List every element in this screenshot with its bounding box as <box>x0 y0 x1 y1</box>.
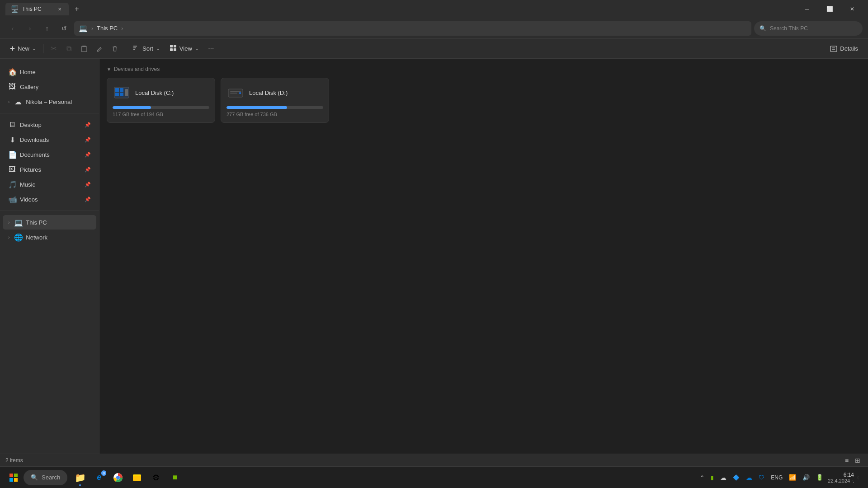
sidebar-item-network[interactable]: › 🌐 Network <box>3 230 96 244</box>
drive-c-name: Local Disk (C:) <box>135 89 174 96</box>
tab-this-pc[interactable]: 🖥️ This PC ✕ <box>5 3 69 15</box>
rename-button[interactable] <box>92 42 107 56</box>
close-button[interactable]: ✕ <box>842 2 863 16</box>
section-toggle[interactable]: ▼ <box>107 67 111 72</box>
more-button[interactable]: ··· <box>204 42 218 56</box>
network-icon: 🌐 <box>14 233 22 242</box>
taskbar-app-nvidia[interactable]: ■ <box>166 469 184 487</box>
tab-close-button[interactable]: ✕ <box>56 5 63 13</box>
svg-rect-5 <box>170 45 173 47</box>
copy-button[interactable]: ⧉ <box>61 42 76 56</box>
sidebar-item-pictures[interactable]: 🖼 Pictures 📌 <box>3 162 96 177</box>
taskbar-app-settings[interactable]: ⚙ <box>147 469 165 487</box>
drive-d-info: 277 GB free of 736 GB <box>226 112 323 117</box>
details-button[interactable]: Details <box>826 42 863 56</box>
svg-rect-13 <box>115 88 119 92</box>
address-bar[interactable]: 💻 › This PC › <box>74 21 751 36</box>
drive-c-icon <box>113 84 131 102</box>
svg-rect-14 <box>120 88 123 92</box>
gallery-icon: 🖼 <box>8 83 16 91</box>
address-icon: 💻 <box>79 24 88 33</box>
forward-button[interactable]: › <box>23 21 37 36</box>
section-header-devices: ▼ Devices and drives <box>107 66 861 72</box>
sidebar-item-thispc[interactable]: › 💻 This PC <box>3 215 96 230</box>
pin-icon-videos: 📌 <box>85 197 91 202</box>
sidebar-item-onedrive[interactable]: › ☁ Nikola – Personal <box>3 94 96 109</box>
sidebar-item-documents[interactable]: 📄 Documents 📌 <box>3 147 96 162</box>
taskbar-wifi[interactable]: 📶 <box>787 472 798 483</box>
show-desktop-button[interactable] <box>858 476 863 479</box>
status-view-grid[interactable]: ⊞ <box>853 455 863 465</box>
refresh-button[interactable]: ↺ <box>57 21 71 36</box>
sidebar-item-desktop[interactable]: 🖥 Desktop 📌 <box>3 117 96 132</box>
downloads-icon: ⬇ <box>8 136 16 144</box>
drive-c-info: 117 GB free of 194 GB <box>113 112 209 117</box>
drive-d-bar <box>226 106 287 109</box>
search-placeholder: Search This PC <box>770 25 808 32</box>
drive-d-icon <box>226 84 245 102</box>
drive-c-header: Local Disk (C:) <box>113 84 209 102</box>
paste-button[interactable] <box>77 42 91 56</box>
tab-icon: 🖥️ <box>11 5 19 13</box>
svg-rect-7 <box>170 48 173 51</box>
sidebar-section-3: › 💻 This PC › 🌐 Network <box>0 211 99 247</box>
drive-d-bar-container <box>226 106 323 109</box>
taskbar-battery[interactable]: 🔋 <box>814 472 825 483</box>
main-content: ▼ Devices and drives <box>99 59 868 454</box>
up-button[interactable]: ↑ <box>40 21 54 36</box>
view-button[interactable]: View <box>165 42 203 56</box>
taskbar-app-chrome[interactable] <box>109 469 127 487</box>
taskbar-onedrive2[interactable]: ☁ <box>744 472 754 483</box>
status-view-list[interactable]: ≡ <box>842 455 852 465</box>
pin-icon-pictures: 📌 <box>85 167 91 173</box>
taskbar-apps: 📁 e 8 ⚙ ■ <box>71 469 184 487</box>
drive-d-header: Local Disk (D:) <box>226 84 323 102</box>
thispc-icon: 💻 <box>14 218 22 227</box>
desktop-icon: 🖥 <box>8 121 16 129</box>
content-area: 🏠 Home 🖼 Gallery › ☁ Nikola – Personal 🖥… <box>0 59 868 454</box>
taskbar: 🔍 Search 📁 e 8 ⚙ <box>0 466 868 488</box>
new-button[interactable]: ✚ New <box>5 42 40 56</box>
taskbar-system: ⌃ ▮ ☁ 🔷 ☁ 🛡 ENG 📶 🔊 🔋 6:14 22.4.2024 г. <box>698 472 863 483</box>
minimize-button[interactable]: ─ <box>797 2 817 16</box>
sidebar: 🏠 Home 🖼 Gallery › ☁ Nikola – Personal 🖥… <box>0 59 99 454</box>
taskbar-search[interactable]: 🔍 Search <box>24 470 67 485</box>
taskbar-sound[interactable]: 🔊 <box>801 472 811 483</box>
taskbar-clock[interactable]: 6:14 22.4.2024 г. <box>828 472 854 483</box>
taskbar-security[interactable]: 🛡 <box>757 472 766 483</box>
sidebar-item-music[interactable]: 🎵 Music 📌 <box>3 177 96 192</box>
svg-rect-32 <box>133 476 141 481</box>
svg-point-30 <box>117 476 119 479</box>
cut-button[interactable]: ✂ <box>46 42 61 56</box>
svg-point-23 <box>239 92 241 94</box>
taskbar-app-explorer[interactable]: 📁 <box>71 469 89 487</box>
delete-button[interactable] <box>108 42 122 56</box>
start-button[interactable] <box>5 469 22 486</box>
search-bar[interactable]: 🔍 Search This PC <box>754 21 863 36</box>
drive-c[interactable]: Local Disk (C:) 117 GB free of 194 GB <box>107 78 215 123</box>
sidebar-item-home[interactable]: 🏠 Home <box>3 65 96 79</box>
taskbar-lang[interactable]: ENG <box>769 473 784 483</box>
toolbar-separator-2 <box>125 44 125 53</box>
documents-icon: 📄 <box>8 150 16 159</box>
svg-rect-9 <box>830 46 837 52</box>
taskbar-nvidia-tray[interactable]: ▮ <box>709 473 716 483</box>
new-tab-button[interactable]: + <box>71 3 83 15</box>
back-button[interactable]: ‹ <box>5 21 20 36</box>
taskbar-onedrive[interactable]: ☁ <box>718 472 728 483</box>
sort-button[interactable]: Sort <box>128 42 164 56</box>
sort-icon <box>132 44 140 53</box>
taskbar-overflow-icon[interactable]: ⌃ <box>698 473 706 483</box>
drive-d[interactable]: Local Disk (D:) 277 GB free of 736 GB <box>221 78 329 123</box>
taskbar-app-edge[interactable]: e 8 <box>90 469 108 487</box>
pictures-icon: 🖼 <box>8 165 16 174</box>
maximize-button[interactable]: ⬜ <box>819 2 840 16</box>
pin-icon-documents: 📌 <box>85 152 91 158</box>
taskbar-app-files[interactable] <box>128 469 146 487</box>
sidebar-item-downloads[interactable]: ⬇ Downloads 📌 <box>3 132 96 147</box>
thispc-expand-icon: › <box>8 220 9 225</box>
sidebar-item-videos[interactable]: 📹 Videos 📌 <box>3 192 96 206</box>
sidebar-item-gallery[interactable]: 🖼 Gallery <box>3 80 96 94</box>
taskbar-bluetooth[interactable]: 🔷 <box>731 473 741 483</box>
svg-rect-27 <box>14 478 18 482</box>
